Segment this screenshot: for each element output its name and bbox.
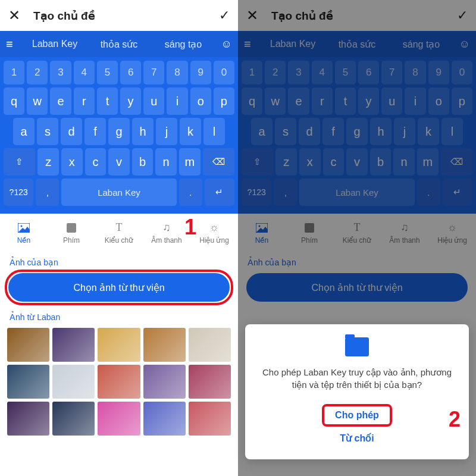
close-icon[interactable]: ✕ <box>8 7 20 24</box>
wallpaper-thumb[interactable] <box>189 365 231 399</box>
key-v[interactable]: v <box>346 148 368 176</box>
key-o[interactable]: o <box>428 87 449 115</box>
wallpaper-thumb[interactable] <box>52 328 95 362</box>
suggestion-3[interactable]: sáng tạo <box>389 39 453 50</box>
key-m[interactable]: m <box>417 148 439 176</box>
key-m[interactable]: m <box>179 148 201 176</box>
tab-sound[interactable]: ♫ Âm thanh <box>381 222 428 245</box>
tab-keys[interactable]: Phím <box>48 222 95 245</box>
key-2[interactable]: 2 <box>265 61 286 84</box>
key-b[interactable]: b <box>132 148 154 176</box>
key-5[interactable]: 5 <box>97 61 118 84</box>
key-1[interactable]: 1 <box>4 61 24 84</box>
confirm-icon[interactable]: ✓ <box>457 8 468 23</box>
emoji-icon[interactable]: ☺ <box>215 38 232 51</box>
key-h[interactable]: h <box>132 118 154 145</box>
space-key[interactable]: Laban Key <box>61 178 177 206</box>
period-key[interactable]: . <box>417 178 440 206</box>
choose-photo-button[interactable]: Chọn ảnh từ thư viện <box>8 273 230 302</box>
emoji-icon[interactable]: ☺ <box>453 38 470 51</box>
key-8[interactable]: 8 <box>167 61 187 84</box>
comma-key[interactable]: , <box>36 178 59 206</box>
choose-photo-button[interactable]: Chọn ảnh từ thư viện <box>246 273 468 302</box>
wallpaper-thumb[interactable] <box>7 402 49 436</box>
tab-background[interactable]: Nền <box>0 222 48 245</box>
enter-key[interactable]: ↵ <box>205 178 234 206</box>
key-w[interactable]: w <box>265 87 286 115</box>
key-9[interactable]: 9 <box>428 61 449 84</box>
suggestion-1[interactable]: Laban Key <box>261 39 325 49</box>
deny-button[interactable]: Từ chối <box>258 427 456 450</box>
symbols-key[interactable]: ?123 <box>242 178 271 206</box>
key-8[interactable]: 8 <box>405 61 425 84</box>
key-l[interactable]: l <box>441 118 463 145</box>
key-t[interactable]: t <box>335 87 356 115</box>
key-u[interactable]: u <box>143 87 164 115</box>
close-icon[interactable]: ✕ <box>246 7 258 24</box>
suggestion-2[interactable]: thỏa sức <box>87 39 151 50</box>
suggestion-1[interactable]: Laban Key <box>23 39 87 49</box>
key-e[interactable]: e <box>288 87 309 115</box>
tab-effects[interactable]: ☼ Hiệu ứng 1 <box>190 222 238 245</box>
wallpaper-thumb[interactable] <box>143 365 186 399</box>
key-k[interactable]: k <box>418 118 439 145</box>
key-n[interactable]: n <box>393 148 415 176</box>
allow-button[interactable]: Cho phép <box>322 404 392 427</box>
shift-key[interactable]: ⇧ <box>4 148 35 176</box>
tab-effects[interactable]: ☼ Hiệu ứng <box>428 222 476 245</box>
key-j[interactable]: j <box>156 118 177 145</box>
key-a[interactable]: a <box>13 118 35 145</box>
key-t[interactable]: t <box>97 87 118 115</box>
key-l[interactable]: l <box>203 118 225 145</box>
space-key[interactable]: Laban Key <box>299 178 415 206</box>
key-4[interactable]: 4 <box>74 61 95 84</box>
key-p[interactable]: p <box>452 87 472 115</box>
backspace-key[interactable]: ⌫ <box>203 148 234 176</box>
key-0[interactable]: 0 <box>214 61 234 84</box>
backspace-key[interactable]: ⌫ <box>441 148 472 176</box>
key-x[interactable]: x <box>61 148 83 176</box>
key-a[interactable]: a <box>251 118 273 145</box>
enter-key[interactable]: ↵ <box>443 178 472 206</box>
tab-keys[interactable]: Phím <box>286 222 333 245</box>
key-k[interactable]: k <box>180 118 201 145</box>
wallpaper-thumb[interactable] <box>52 402 95 436</box>
tab-font[interactable]: T Kiểu chữ <box>333 222 381 245</box>
key-n[interactable]: n <box>155 148 177 176</box>
key-6[interactable]: 6 <box>120 61 141 84</box>
menu-icon[interactable]: ≡ <box>6 37 23 51</box>
key-b[interactable]: b <box>370 148 392 176</box>
wallpaper-thumb[interactable] <box>189 402 231 436</box>
key-x[interactable]: x <box>299 148 321 176</box>
key-1[interactable]: 1 <box>242 61 262 84</box>
wallpaper-thumb[interactable] <box>98 402 140 436</box>
comma-key[interactable]: , <box>274 178 297 206</box>
key-q[interactable]: q <box>4 87 24 115</box>
key-0[interactable]: 0 <box>452 61 472 84</box>
key-q[interactable]: q <box>242 87 262 115</box>
key-g[interactable]: g <box>346 118 368 145</box>
tab-background[interactable]: Nền <box>238 222 286 245</box>
key-p[interactable]: p <box>214 87 234 115</box>
key-h[interactable]: h <box>370 118 392 145</box>
key-g[interactable]: g <box>108 118 130 145</box>
confirm-icon[interactable]: ✓ <box>219 8 230 23</box>
key-d[interactable]: d <box>299 118 320 145</box>
key-i[interactable]: i <box>167 87 187 115</box>
key-s[interactable]: s <box>37 118 58 145</box>
key-s[interactable]: s <box>275 118 296 145</box>
key-v[interactable]: v <box>108 148 130 176</box>
key-3[interactable]: 3 <box>288 61 309 84</box>
period-key[interactable]: . <box>179 178 202 206</box>
wallpaper-thumb[interactable] <box>7 328 49 362</box>
key-f[interactable]: f <box>322 118 344 145</box>
wallpaper-thumb[interactable] <box>189 328 231 362</box>
key-c[interactable]: c <box>323 148 345 176</box>
key-3[interactable]: 3 <box>50 61 71 84</box>
key-6[interactable]: 6 <box>358 61 379 84</box>
key-z[interactable]: z <box>275 148 297 176</box>
key-d[interactable]: d <box>61 118 82 145</box>
key-w[interactable]: w <box>27 87 48 115</box>
key-i[interactable]: i <box>405 87 425 115</box>
wallpaper-thumb[interactable] <box>52 365 95 399</box>
